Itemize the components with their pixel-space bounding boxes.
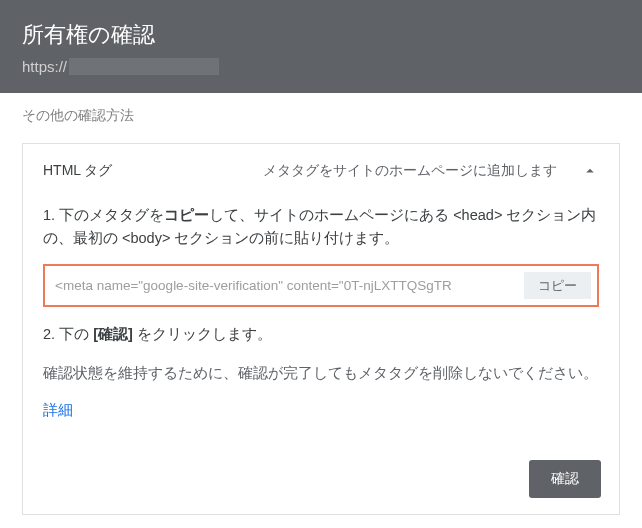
header: 所有権の確認 https://	[0, 0, 642, 93]
confirm-button[interactable]: 確認	[529, 460, 601, 498]
step-2: 2. 下の [確認] をクリックします。	[43, 323, 599, 346]
card-header[interactable]: HTML タグ メタタグをサイトのホームページに追加します	[23, 144, 619, 198]
step-1: 1. 下のメタタグをコピーして、サイトのホームページにある <head> セクシ…	[43, 204, 599, 250]
details-link[interactable]: 詳細	[43, 401, 73, 420]
step1-bold: コピー	[164, 207, 209, 223]
page-title: 所有権の確認	[22, 20, 620, 50]
card-body: 1. 下のメタタグをコピーして、サイトのホームページにある <head> セクシ…	[23, 198, 619, 448]
url-prefix: https://	[22, 58, 67, 75]
step2-suffix: をクリックします。	[133, 326, 272, 342]
step2-prefix: 2. 下の	[43, 326, 93, 342]
step2-bold: [確認]	[93, 326, 133, 342]
copy-button[interactable]: コピー	[524, 272, 591, 299]
meta-tag-input[interactable]	[45, 266, 524, 305]
retention-note: 確認状態を維持するために、確認が完了してもメタタグを削除しないでください。	[43, 361, 599, 386]
chevron-up-icon	[581, 162, 599, 180]
verification-card: HTML タグ メタタグをサイトのホームページに追加します 1. 下のメタタグを…	[22, 143, 620, 515]
card-description: メタタグをサイトのホームページに追加します	[128, 162, 565, 180]
meta-tag-row: コピー	[43, 264, 599, 307]
card-title: HTML タグ	[43, 162, 112, 180]
card-footer: 確認	[23, 448, 619, 514]
site-url: https://	[22, 58, 620, 75]
step1-prefix: 1. 下のメタタグを	[43, 207, 164, 223]
url-redacted	[69, 58, 219, 75]
section-subtitle: その他の確認方法	[0, 93, 642, 135]
